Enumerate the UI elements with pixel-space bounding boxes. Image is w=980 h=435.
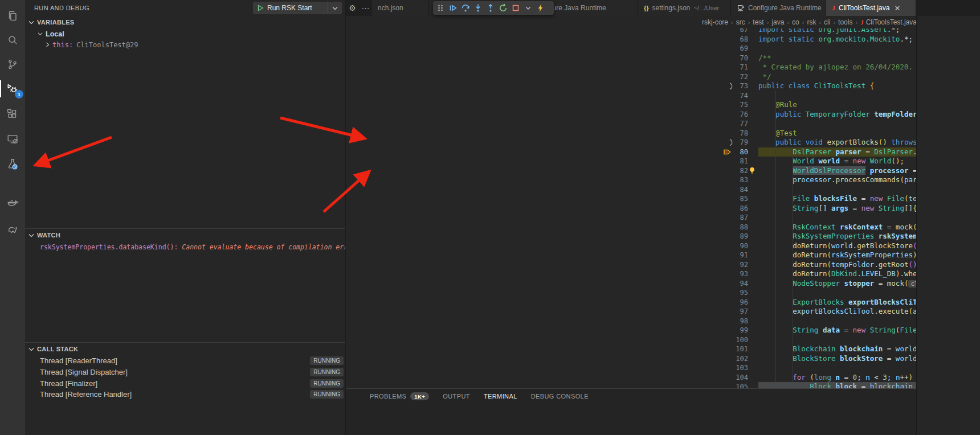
line-number[interactable]: 87: [714, 213, 748, 223]
breadcrumb-item-java[interactable]: java: [771, 18, 784, 26]
step-out-button[interactable]: [484, 2, 497, 14]
thread-status-badge: RUNNING: [310, 390, 344, 399]
code-text: processor.processCommands(parser);: [758, 175, 938, 185]
docker-icon: [6, 196, 19, 209]
panel-tab-label: PROBLEMS: [370, 393, 406, 400]
breadcrumb-item-rsk[interactable]: rsk: [807, 18, 816, 26]
close-icon[interactable]: ✕: [894, 5, 900, 12]
line-number[interactable]: 93: [714, 269, 748, 279]
activity-item-explorer[interactable]: [0, 6, 25, 26]
line-number[interactable]: 71: [714, 63, 748, 72]
line-number[interactable]: 96: [714, 298, 748, 307]
line-number[interactable]: 81: [714, 157, 748, 166]
line-number[interactable]: 84: [714, 185, 748, 195]
line-number[interactable]: 90: [714, 241, 748, 251]
line-number[interactable]: 75: [714, 100, 748, 110]
stop-dropdown[interactable]: [522, 2, 534, 14]
watch-expression-row[interactable]: rskSystemProperties.databaseKind():Canno…: [25, 241, 346, 252]
more-actions-icon[interactable]: ···: [359, 3, 372, 13]
tab-settings.json[interactable]: {}settings.json~/.../User: [638, 0, 731, 16]
line-number[interactable]: 79: [714, 138, 748, 147]
line-number[interactable]: 78: [714, 129, 748, 138]
line-number[interactable]: 77: [714, 119, 748, 129]
settings-gear-icon[interactable]: ⚙: [346, 3, 359, 13]
line-number[interactable]: 82: [714, 166, 748, 176]
step-into-button[interactable]: [472, 2, 484, 14]
call-stack-thread-row[interactable]: Thread [Reference Handler]RUNNING: [25, 389, 346, 400]
tab-nch.json[interactable]: nch.json: [372, 0, 429, 16]
breadcrumb-item-tools[interactable]: tools: [838, 18, 852, 26]
activity-item-run-and-debug[interactable]: 1: [0, 79, 25, 99]
line-number[interactable]: 91: [714, 251, 748, 260]
tab-configure-java-runtime[interactable]: Configure Java Runtime: [731, 0, 826, 16]
activity-item-testing[interactable]: [0, 154, 25, 174]
drag-toolbar-handle[interactable]: [434, 2, 447, 14]
breadcrumb-item-rskj-core[interactable]: rskj-core: [702, 18, 728, 26]
run-config-button[interactable]: Run RSK Start: [253, 2, 342, 14]
line-number[interactable]: 98: [714, 317, 748, 326]
chevdn-icon: [525, 4, 532, 12]
line-number[interactable]: 103: [714, 363, 748, 373]
tab-clitoolstest.java[interactable]: JCliToolsTest.java✕: [826, 0, 916, 16]
code-text: @Test: [758, 129, 797, 138]
line-number[interactable]: 76: [714, 110, 748, 120]
line-number[interactable]: 73: [714, 81, 748, 91]
line-number[interactable]: 85: [714, 194, 748, 204]
line-number[interactable]: 101: [714, 344, 748, 354]
line-number[interactable]: 72: [714, 72, 748, 82]
call-stack-thread-row[interactable]: Thread [ReaderThread]RUNNING: [25, 355, 346, 367]
activity-item-search[interactable]: [0, 30, 25, 50]
watch-section-header[interactable]: WATCH: [25, 229, 346, 241]
breadcrumb-item-test[interactable]: test: [753, 18, 763, 26]
debug-toolbar: [433, 1, 554, 15]
line-number[interactable]: 68: [714, 35, 748, 44]
chevron-down-icon[interactable]: [328, 2, 342, 14]
line-number[interactable]: 74: [714, 91, 748, 101]
activity-item-gradle[interactable]: [0, 219, 25, 239]
sidebar-editor-sash[interactable]: [345, 0, 346, 435]
call-stack-thread-row[interactable]: Thread [Signal Dispatcher]RUNNING: [25, 367, 346, 378]
line-number[interactable]: 104: [714, 373, 748, 383]
hot-code-replace-button[interactable]: [534, 2, 547, 14]
breadcrumb-separator: ›: [731, 19, 733, 26]
activity-item-source-control[interactable]: [0, 54, 25, 75]
line-number[interactable]: 99: [714, 326, 748, 335]
breadcrumb-item-src[interactable]: src: [736, 18, 745, 26]
variables-label: VARIABLES: [37, 19, 74, 26]
stop-button[interactable]: [509, 2, 522, 14]
line-number[interactable]: 86: [714, 204, 748, 214]
panel-tab-problems[interactable]: PROBLEMS1K+: [370, 392, 429, 400]
line-number[interactable]: 69: [714, 44, 748, 54]
step-over-button[interactable]: [459, 2, 472, 14]
line-number[interactable]: 92: [714, 260, 748, 270]
line-number[interactable]: 97: [714, 307, 748, 317]
variables-section-header[interactable]: VARIABLES: [25, 16, 346, 28]
continue-button[interactable]: [447, 2, 459, 14]
variable-row[interactable]: this:CliToolsTest@29: [25, 39, 346, 50]
panel-tab-output[interactable]: OUTPUT: [443, 393, 470, 400]
breadcrumb-label: tools: [838, 18, 852, 26]
line-number[interactable]: 83: [714, 175, 748, 185]
line-number[interactable]: 94: [714, 279, 748, 289]
variables-scope-local[interactable]: Local: [25, 28, 346, 39]
line-number[interactable]: 70: [714, 54, 748, 63]
line-number[interactable]: 100: [714, 335, 748, 345]
breadcrumb-item-co[interactable]: co: [792, 18, 799, 26]
restart-button[interactable]: [497, 2, 509, 14]
breadcrumb-item-cli[interactable]: cli: [824, 18, 830, 26]
activity-item-extensions[interactable]: [0, 104, 25, 124]
activity-item-docker[interactable]: [0, 192, 25, 213]
line-number[interactable]: 80: [714, 147, 748, 157]
breadcrumb-item-clitoolstest-java[interactable]: JCliToolsTest.java: [860, 18, 917, 26]
tab-label: CliToolsTest.java: [839, 4, 889, 12]
line-number[interactable]: 89: [714, 232, 748, 241]
line-number[interactable]: 95: [714, 288, 748, 298]
activity-item-remote-explorer[interactable]: [0, 129, 25, 149]
call-stack-thread-row[interactable]: Thread [Finalizer]RUNNING: [25, 377, 346, 389]
line-number[interactable]: 88: [714, 223, 748, 232]
call-stack-section-header[interactable]: CALL STACK: [25, 343, 346, 355]
thread-label: Thread [ReaderThread]: [40, 356, 117, 365]
panel-tab-debug-console[interactable]: DEBUG CONSOLE: [531, 393, 589, 400]
panel-tab-terminal[interactable]: TERMINAL: [484, 393, 517, 400]
line-number[interactable]: 102: [714, 354, 748, 364]
